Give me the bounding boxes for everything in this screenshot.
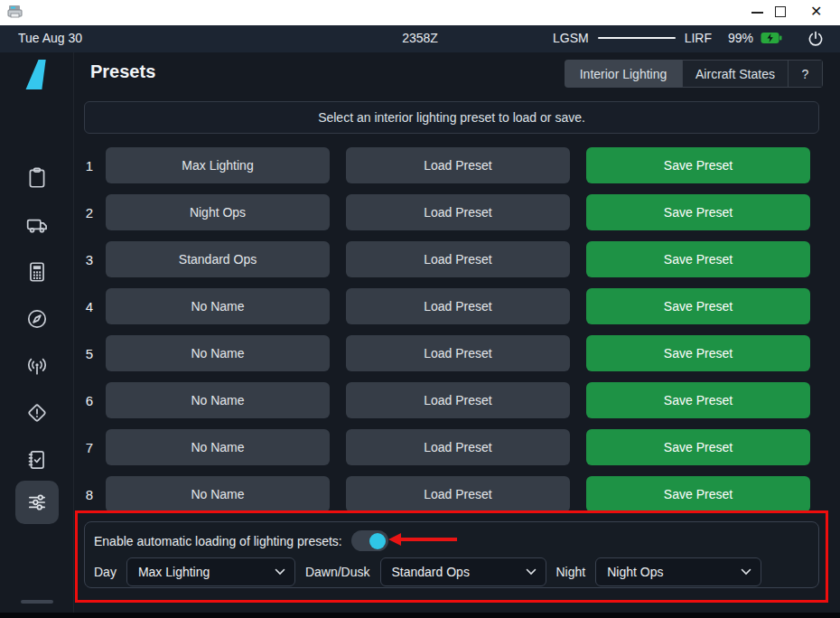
sidebar-item-clipboard[interactable] xyxy=(15,156,59,200)
save-preset-button[interactable]: Save Preset xyxy=(586,382,810,418)
save-preset-button[interactable]: Save Preset xyxy=(586,194,810,230)
preset-number: 1 xyxy=(79,158,99,173)
window-bottom-edge xyxy=(0,613,840,618)
sidebar-item-radio[interactable] xyxy=(15,344,59,388)
preset-number: 8 xyxy=(79,487,99,502)
battery-percent: 99% xyxy=(728,31,753,45)
annotation-highlight-rect xyxy=(75,510,828,603)
sliders-icon xyxy=(25,491,49,514)
load-preset-button[interactable]: Load Preset xyxy=(346,429,570,465)
window-title-bar: ✕ xyxy=(0,0,840,25)
load-preset-button[interactable]: Load Preset xyxy=(346,241,570,277)
preset-name-button[interactable]: No Name xyxy=(106,382,330,418)
save-preset-button[interactable]: Save Preset xyxy=(586,335,810,371)
sidebar-item-alerts[interactable] xyxy=(15,391,59,435)
preset-number: 6 xyxy=(79,393,99,408)
preset-row: 5 No Name Load Preset Save Preset xyxy=(79,335,810,371)
load-preset-button[interactable]: Load Preset xyxy=(346,335,570,371)
load-preset-button[interactable]: Load Preset xyxy=(346,194,570,230)
app-window: ✕ Tue Aug 30 2358Z LGSM LIRF 99% xyxy=(0,0,840,618)
preset-name-button[interactable]: Night Ops xyxy=(106,194,330,230)
maximize-button[interactable] xyxy=(775,6,786,17)
sidebar-item-ground-transport[interactable] xyxy=(15,203,59,247)
preset-name-button[interactable]: No Name xyxy=(106,429,330,465)
preset-row: 1 Max Lighting Load Preset Save Preset xyxy=(79,147,810,183)
preset-row: 7 No Name Load Preset Save Preset xyxy=(79,429,810,465)
sidebar-nav: ⚙ xyxy=(0,52,74,618)
preset-name-button[interactable]: No Name xyxy=(106,476,330,512)
battery-status: 99% xyxy=(728,31,782,45)
preset-number: 2 xyxy=(79,205,99,220)
preset-number: 5 xyxy=(79,346,99,361)
route-origin: LGSM xyxy=(553,31,589,45)
minimize-button[interactable] xyxy=(751,12,763,14)
close-button[interactable]: ✕ xyxy=(810,3,822,21)
power-icon[interactable] xyxy=(807,30,825,48)
checklist-icon xyxy=(25,448,49,472)
save-preset-button[interactable]: Save Preset xyxy=(586,147,810,183)
status-utc-time: 2358Z xyxy=(0,31,840,45)
page-title: Presets xyxy=(90,61,155,82)
save-preset-button[interactable]: Save Preset xyxy=(586,241,810,277)
flight-route: LGSM LIRF xyxy=(553,31,712,45)
clipboard-icon xyxy=(25,166,49,190)
radio-antenna-icon xyxy=(25,354,49,378)
battery-charging-icon xyxy=(761,32,782,44)
calculator-icon xyxy=(25,260,49,284)
preset-name-button[interactable]: Standard Ops xyxy=(106,241,330,277)
sidebar-item-checklist[interactable] xyxy=(15,438,59,482)
preset-row: 2 Night Ops Load Preset Save Preset xyxy=(79,194,810,230)
help-button[interactable]: ? xyxy=(789,60,823,88)
preset-number: 3 xyxy=(79,252,99,267)
load-preset-button[interactable]: Load Preset xyxy=(346,288,570,324)
sidebar-item-compass[interactable] xyxy=(15,297,59,341)
load-preset-button[interactable]: Load Preset xyxy=(346,147,570,183)
load-preset-button[interactable]: Load Preset xyxy=(346,476,570,512)
compass-icon xyxy=(25,307,49,331)
sidebar-divider xyxy=(21,600,53,604)
save-preset-button[interactable]: Save Preset xyxy=(586,429,810,465)
preset-row: 4 No Name Load Preset Save Preset xyxy=(79,288,810,324)
alert-diamond-icon xyxy=(25,401,49,425)
tab-interior-lighting[interactable]: Interior Lighting xyxy=(565,60,682,88)
save-preset-button[interactable]: Save Preset xyxy=(586,476,810,512)
arrow-line xyxy=(399,538,457,541)
preset-number: 4 xyxy=(79,299,99,314)
preset-row: 3 Standard Ops Load Preset Save Preset xyxy=(79,241,810,277)
preset-name-button[interactable]: Max Lighting xyxy=(106,147,330,183)
app-icon xyxy=(7,5,23,19)
truck-icon xyxy=(25,213,49,237)
tab-group: Interior Lighting Aircraft States ? xyxy=(565,60,823,88)
instruction-banner: Select an interior lighting preset to lo… xyxy=(84,101,819,134)
route-destination: LIRF xyxy=(685,31,712,45)
save-preset-button[interactable]: Save Preset xyxy=(586,288,810,324)
sidebar-item-presets[interactable] xyxy=(15,481,59,524)
preset-row: 8 No Name Load Preset Save Preset xyxy=(79,476,810,512)
tab-aircraft-states[interactable]: Aircraft States xyxy=(682,60,789,88)
route-progress-line xyxy=(598,37,676,39)
load-preset-button[interactable]: Load Preset xyxy=(346,382,570,418)
preset-name-button[interactable]: No Name xyxy=(106,288,330,324)
sidebar-item-calculator[interactable] xyxy=(15,250,59,294)
preset-number: 7 xyxy=(79,440,99,455)
preset-row: 6 No Name Load Preset Save Preset xyxy=(79,382,810,418)
status-bar: Tue Aug 30 2358Z LGSM LIRF 99% xyxy=(0,25,840,52)
preset-name-button[interactable]: No Name xyxy=(106,335,330,371)
